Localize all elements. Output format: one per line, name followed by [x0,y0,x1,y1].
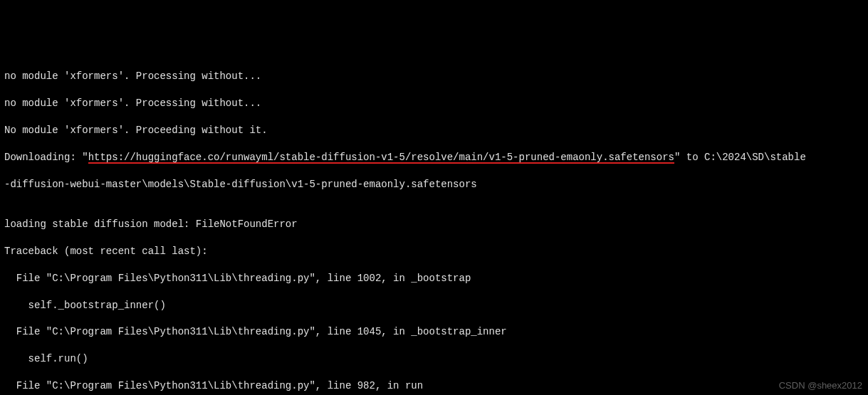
traceback-line: File "C:\Program Files\Python311\Lib\thr… [4,325,864,339]
download-line: Downloading: "https://huggingface.co/run… [4,151,864,164]
traceback-line: self.run() [4,352,864,366]
download-suffix: " to C:\2024\SD\stable [674,152,806,163]
watermark: CSDN @sheex2012 [779,379,862,392]
traceback-line: File "C:\Program Files\Python311\Lib\thr… [4,379,864,393]
error-header: loading stable diffusion model: FileNotF… [4,218,864,231]
traceback-line: self._bootstrap_inner() [4,299,864,312]
terminal-output: no module 'xformers'. Processing without… [4,57,864,395]
log-line: no module 'xformers'. Processing without… [4,70,864,83]
download-prefix: Downloading: " [4,152,88,163]
log-line: No module 'xformers'. Proceeding without… [4,124,864,137]
download-url: https://huggingface.co/runwayml/stable-d… [88,152,674,164]
download-path: -diffusion-webui-master\models\Stable-di… [4,178,864,191]
traceback-header: Traceback (most recent call last): [4,245,864,258]
log-line: no module 'xformers'. Processing without… [4,97,864,110]
traceback-line: File "C:\Program Files\Python311\Lib\thr… [4,272,864,285]
